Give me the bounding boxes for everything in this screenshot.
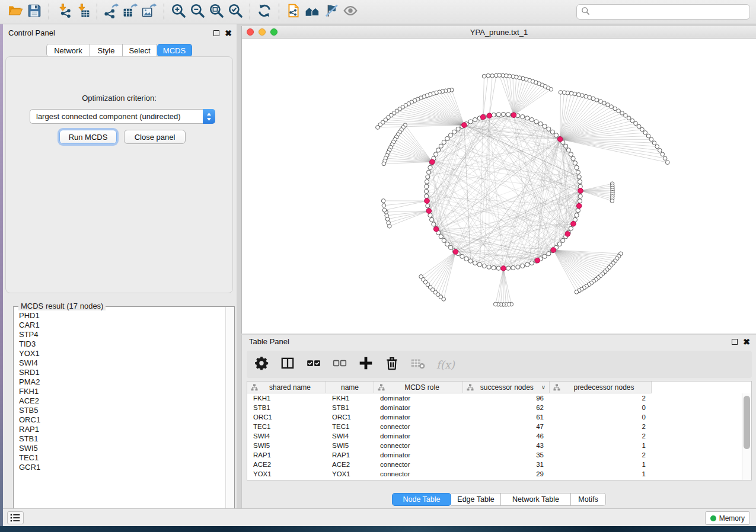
show-columns-button[interactable] [306,355,321,373]
panel-splitter-vertical[interactable] [237,24,241,508]
table-row[interactable]: SWI4SWI4dominator462 [247,431,742,441]
table-row[interactable]: STB1STB1dominator620 [247,403,742,412]
table-row[interactable]: TEC1TEC1connector472 [247,422,742,431]
mcds-result-item[interactable]: STB1 [19,434,225,444]
table-row[interactable]: PHD1PHD1dominator180 [247,479,742,480]
desktop-wallpaper-bottom [0,526,756,532]
run-mcds-button[interactable]: Run MCDS [59,130,117,144]
mcds-result-list[interactable]: PHD1CAR1STP4TID3YOX1SWI4SRD1PMA2FKH1ACE2… [14,309,225,525]
tab-network-table[interactable]: Network Table [501,493,571,506]
close-panel-button[interactable]: Close panel [124,130,186,144]
zoom-selected-button[interactable] [226,2,245,21]
mcds-result-item[interactable]: STP4 [19,330,225,339]
close-panel-icon[interactable]: ✖ [225,30,232,36]
import-network-button[interactable] [54,2,73,21]
home-pair-button[interactable] [303,2,322,21]
mcds-result-item[interactable]: SRD1 [19,368,225,377]
mcds-result-item[interactable]: SWI4 [19,358,225,368]
table-panel: Table Panel ✖ f(x) shared namenameMCDS r… [241,335,756,508]
column-label: name [330,383,370,392]
column-header-name[interactable]: name [326,382,374,393]
search-input[interactable] [593,8,745,17]
table-row[interactable]: FKH1FKH1dominator962 [247,393,742,403]
table-settings-button[interactable] [254,355,269,373]
table-row[interactable]: YOX1YOX1connector291 [247,469,742,479]
hide-columns-button[interactable] [332,355,347,373]
mcds-result-item[interactable]: GCR1 [19,463,225,472]
tab-style[interactable]: Style [90,44,123,57]
zoom-fit-button[interactable] [207,2,226,21]
mcds-result-item[interactable]: YOX1 [19,349,225,358]
open-session-button[interactable] [6,2,25,21]
hide-labels-button[interactable] [322,2,341,21]
tab-select[interactable]: Select [123,44,157,57]
search-icon [581,7,590,18]
float-panel-icon[interactable] [213,30,219,36]
mcds-result-item[interactable]: STB5 [19,406,225,415]
cell-shared_name: FKH1 [247,395,326,402]
table-toolbar: f(x) [247,351,752,378]
add-column-button[interactable] [358,355,374,373]
save-session-button[interactable] [25,2,44,21]
network-view[interactable] [242,39,756,334]
network-graph[interactable] [242,39,756,334]
table-scrollbar-thumb[interactable] [744,396,750,449]
mcds-result-item[interactable]: RAP1 [19,425,225,434]
refresh-button[interactable] [255,2,274,21]
cell-role: dominator [374,432,463,440]
mcds-result-item[interactable]: ACE2 [19,396,225,406]
network-titlebar[interactable]: YPA_prune.txt_1 [242,26,756,39]
cell-role: dominator [374,404,463,411]
tab-mcds[interactable]: MCDS [157,44,192,57]
mcds-result-item[interactable]: TEC1 [19,453,225,463]
tab-edge-table[interactable]: Edge Table [451,493,501,506]
table-scrollbar[interactable] [742,393,751,480]
delete-column-button[interactable] [384,355,400,373]
cell-successors: 43 [463,442,550,449]
dropdown-stepper-icon [203,109,215,124]
mcds-result-item[interactable]: FKH1 [19,387,225,396]
mcds-result-item[interactable]: PMA2 [19,377,225,387]
share-document-button[interactable] [284,2,303,21]
cell-name: ACE2 [326,461,374,468]
memory-button[interactable]: Memory [705,511,750,525]
zoom-out-button[interactable] [188,2,207,21]
close-table-panel-icon[interactable]: ✖ [743,339,750,345]
search-box[interactable] [576,4,750,20]
split-pane-button[interactable] [280,355,295,373]
export-table-button[interactable] [121,2,140,21]
cell-predecessors: 2 [550,432,652,440]
table-row[interactable]: SWI5SWI5connector431 [247,441,742,450]
sort-indicator-icon: ∨ [541,384,546,390]
tab-motifs[interactable]: Motifs [571,493,606,506]
tab-network[interactable]: Network [46,44,90,57]
cell-predecessors: 1 [550,461,652,468]
export-network-button[interactable] [102,2,121,21]
column-header-predecessor-nodes[interactable]: predecessor nodes [550,382,652,393]
mcds-result-item[interactable]: TID3 [19,339,225,349]
network-nodes [376,73,669,307]
zoom-in-button[interactable] [169,2,188,21]
mcds-result-item[interactable]: CAR1 [19,321,225,330]
table-row[interactable]: ACE2ACE2connector311 [247,460,742,469]
show-view-button[interactable] [341,2,360,21]
export-image-button[interactable] [140,2,159,21]
column-header-successor-nodes[interactable]: successor nodes∨ [463,382,550,393]
mcds-result-item[interactable]: ORC1 [19,415,225,425]
import-table-button[interactable] [73,2,92,21]
cell-successors: 62 [463,404,550,411]
column-header-shared-name[interactable]: shared name [247,382,326,393]
float-table-panel-icon[interactable] [732,339,738,345]
tab-node-table[interactable]: Node Table [392,493,451,506]
mcds-result-item[interactable]: SWI5 [19,444,225,453]
mcds-result-scrollbar[interactable] [225,307,234,526]
mcds-result-item[interactable]: PHD1 [19,311,225,321]
task-history-button[interactable] [7,511,24,524]
column-header-MCDS-role[interactable]: MCDS role [374,382,463,393]
criterion-dropdown[interactable]: largest connected component (undirected) [30,109,215,124]
table-row[interactable]: ORC1ORC1dominator610 [247,412,742,422]
table-row[interactable]: RAP1RAP1dominator352 [247,450,742,460]
toolbar-separator [250,4,250,20]
cell-name: ORC1 [326,414,374,421]
export-network-icon [104,3,119,21]
